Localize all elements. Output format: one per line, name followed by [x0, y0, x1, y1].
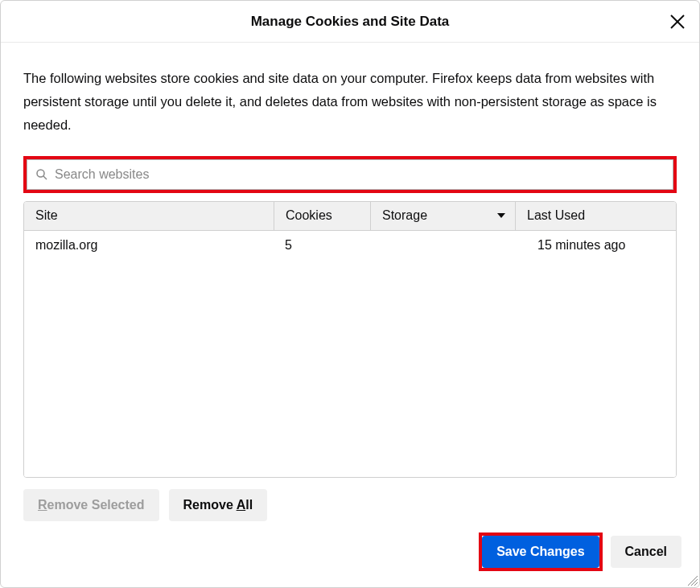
column-header-cookies-label: Cookies [286, 208, 332, 223]
remove-all-suffix: ll [245, 498, 253, 512]
search-container [27, 159, 673, 190]
remove-all-prefix: R [183, 498, 193, 512]
manage-cookies-dialog: Manage Cookies and Site Data The followi… [0, 0, 700, 588]
cancel-button[interactable]: Cancel [611, 536, 681, 568]
column-header-storage-label: Storage [382, 208, 427, 223]
dialog-title: Manage Cookies and Site Data [251, 14, 450, 30]
save-highlight: Save Changes [479, 532, 602, 571]
remove-all-button[interactable]: Remove All [169, 489, 268, 521]
svg-line-3 [43, 176, 47, 179]
remove-selected-underline: R [38, 498, 47, 512]
cell-last-used: 15 minutes ago [515, 238, 676, 253]
remove-all-underline: A [237, 498, 246, 512]
search-highlight [23, 156, 677, 193]
remove-selected-button: Remove Selected [23, 489, 159, 521]
column-header-last-used-label: Last Used [527, 208, 585, 223]
resize-grip-icon[interactable] [686, 574, 698, 586]
cell-cookies: 5 [274, 238, 370, 253]
description-text: The following websites store cookies and… [23, 67, 677, 137]
column-header-site-label: Site [35, 208, 58, 223]
close-button[interactable] [668, 12, 687, 31]
table-header-row: Site Cookies Storage Last Used [24, 202, 676, 231]
save-changes-button[interactable]: Save Changes [482, 536, 599, 568]
sort-indicator-icon [497, 213, 505, 218]
dialog-footer: Save Changes Cancel [1, 532, 699, 587]
search-input[interactable] [27, 160, 673, 189]
remove-selected-text: emove Selected [47, 498, 145, 512]
dialog-content: The following websites store cookies and… [1, 43, 699, 532]
column-header-storage[interactable]: Storage [370, 202, 515, 230]
table-body: mozilla.org 5 15 minutes ago [24, 231, 676, 477]
column-header-site[interactable]: Site [24, 202, 274, 230]
cell-site: mozilla.org [24, 238, 274, 253]
dialog-header: Manage Cookies and Site Data [1, 1, 699, 43]
column-header-cookies[interactable]: Cookies [274, 202, 370, 230]
table-row[interactable]: mozilla.org 5 15 minutes ago [24, 231, 676, 260]
svg-line-6 [694, 582, 698, 586]
search-icon [35, 168, 48, 181]
remove-buttons-row: Remove Selected Remove All [23, 489, 677, 521]
column-header-last-used[interactable]: Last Used [515, 202, 676, 230]
remove-all-mid: emove [192, 498, 237, 512]
svg-point-2 [37, 170, 44, 177]
svg-line-5 [691, 579, 698, 586]
close-icon [668, 12, 687, 31]
cookies-table: Site Cookies Storage Last Used mozilla.o… [23, 201, 677, 478]
